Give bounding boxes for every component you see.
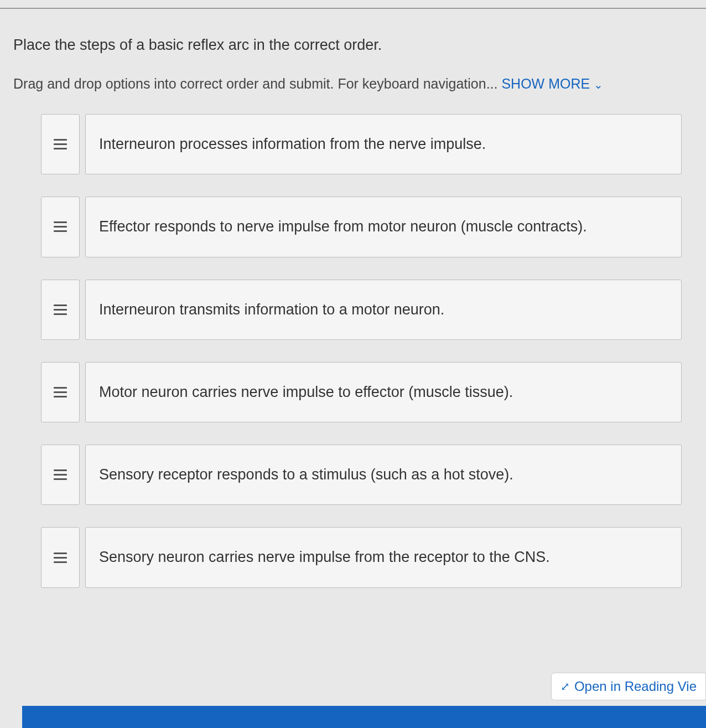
drag-item-text: Motor neuron carries nerve impulse to ef…	[85, 362, 682, 422]
show-more-link[interactable]: SHOW MORE ⌄	[501, 76, 603, 91]
reading-view-label: Open in Reading Vie	[574, 679, 697, 694]
drag-item-text: Sensory neuron carries nerve impulse fro…	[85, 527, 682, 587]
drag-items-container: Interneuron processes information from t…	[13, 114, 693, 588]
drag-handle-icon	[54, 553, 67, 563]
drag-item[interactable]: Sensory neuron carries nerve impulse fro…	[41, 527, 682, 587]
expand-icon: ⤢	[560, 680, 570, 693]
drag-item[interactable]: Effector responds to nerve impulse from …	[41, 197, 682, 257]
top-divider	[0, 8, 706, 9]
question-title: Place the steps of a basic reflex arc in…	[13, 37, 693, 54]
drag-handle-icon	[54, 304, 67, 315]
drag-handle[interactable]	[41, 527, 80, 587]
drag-item[interactable]: Interneuron processes information from t…	[41, 114, 682, 174]
bottom-bar	[22, 706, 706, 728]
chevron-down-icon: ⌄	[594, 79, 603, 91]
drag-handle-icon	[54, 139, 67, 149]
drag-handle[interactable]	[41, 114, 80, 174]
drag-item-text: Interneuron transmits information to a m…	[85, 280, 682, 340]
drag-item[interactable]: Interneuron transmits information to a m…	[41, 280, 682, 340]
drag-item-text: Sensory receptor responds to a stimulus …	[85, 445, 682, 505]
drag-handle[interactable]	[41, 197, 80, 257]
drag-handle[interactable]	[41, 445, 80, 505]
drag-handle[interactable]	[41, 280, 80, 340]
drag-item[interactable]: Sensory receptor responds to a stimulus …	[41, 445, 682, 505]
show-more-label: SHOW MORE	[501, 76, 590, 91]
open-reading-view-button[interactable]: ⤢ Open in Reading Vie	[551, 673, 706, 700]
drag-handle-icon	[54, 387, 67, 397]
question-content: Place the steps of a basic reflex arc in…	[0, 37, 706, 588]
instructions-prefix: Drag and drop options into correct order…	[13, 76, 501, 91]
drag-handle-icon	[54, 221, 67, 232]
drag-item-text: Effector responds to nerve impulse from …	[85, 197, 682, 257]
drag-item[interactable]: Motor neuron carries nerve impulse to ef…	[41, 362, 682, 422]
instructions-text: Drag and drop options into correct order…	[13, 76, 693, 92]
drag-handle[interactable]	[41, 362, 80, 422]
drag-item-text: Interneuron processes information from t…	[85, 114, 682, 174]
drag-handle-icon	[54, 469, 67, 480]
